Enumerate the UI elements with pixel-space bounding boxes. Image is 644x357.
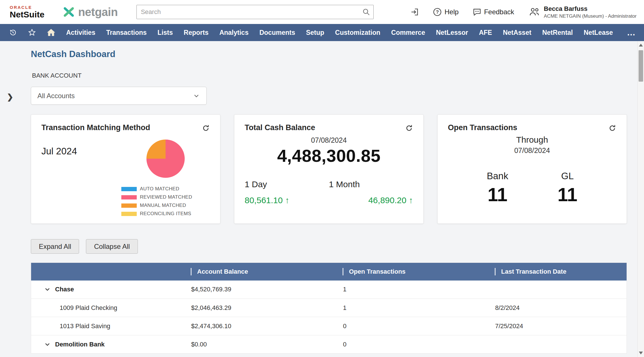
child-account: 1013 Plaid Saving [31,322,184,330]
vertical-scrollbar[interactable] [637,41,644,357]
nav-item-netlease[interactable]: NetLease [578,24,618,41]
nav-item-setup[interactable]: Setup [301,24,330,41]
accounts-table: Account Balance Open Transactions Last T… [31,263,627,354]
nav-item-netlessor[interactable]: NetLessor [430,24,473,41]
one-month-label: 1 Month [329,179,413,189]
column-resize-handle[interactable] [191,268,192,275]
help-button[interactable]: ? Help [433,7,458,17]
parent-account: Chase [31,286,184,293]
scroll-down-arrow[interactable] [639,352,643,354]
scrollbar-thumb[interactable] [639,50,643,82]
one-month-column: 1 Month 46,890.20 ↑ [329,179,413,205]
account-name-cell: Demolition Bank [31,335,184,354]
dashboard-content: ❯ NetCash Dashboard BANK ACCOUNT All Acc… [0,41,644,357]
table-row-1013-plaid-saving: 1013 Plaid Saving $2,474,306.10 0 7/25/2… [31,317,627,335]
bank-count: 11 [487,184,508,205]
column-label: Open Transactions [349,268,406,275]
sidebar-expand-button[interactable]: ❯ [7,92,13,102]
feedback-button[interactable]: Feedback [472,7,514,17]
matching-card-body: Jul 2024 AUTO MATCHED REVIEWED MATCHED [41,140,210,217]
table-actions: Expand All Collapse All [31,239,644,254]
oracle-netsuite-logo[interactable]: ORACLE NetSuite [10,5,45,19]
one-day-change: 80,561.10 ↑ [245,195,329,205]
gl-stat: GL 11 [558,171,577,205]
search-icon[interactable] [362,8,370,16]
card-title: Total Cash Balance [245,123,413,132]
scroll-up-arrow[interactable] [639,44,643,47]
column-resize-handle[interactable] [495,268,496,275]
nav-item-afe[interactable]: AFE [474,24,498,41]
nav-item-lists[interactable]: Lists [152,24,178,41]
legend-swatch-manual-matched [121,203,137,208]
expand-all-button[interactable]: Expand All [31,239,79,254]
last-transaction-date: 7/25/2024 [488,317,627,335]
import-record-button[interactable] [410,7,419,17]
nav-overflow-button[interactable]: … [618,25,644,40]
parent-account: Demolition Bank [31,341,184,348]
open-transactions-stats: Bank 11 GL 11 [448,171,616,205]
column-header-account-balance[interactable]: Account Balance [184,263,336,281]
legend-swatch-reconciling-items [121,212,137,216]
nav-item-netrental[interactable]: NetRental [537,24,578,41]
column-header-last-transaction-date[interactable]: Last Transaction Date [488,263,627,281]
help-icon: ? [433,7,442,17]
user-role: ACME NETGAIN (Museum) - Administrator [544,13,637,19]
nav-item-documents[interactable]: Documents [254,24,301,41]
legend-label: RECONCILING ITEMS [140,211,191,217]
feedback-icon [472,7,482,17]
legend-swatch-reviewed-matched [121,195,137,199]
column-header-account [31,263,184,281]
account-name-cell: 1009 Plaid Checking [31,299,184,317]
nav-item-transactions[interactable]: Transactions [101,24,152,41]
legend-item: AUTO MATCHED [121,186,192,192]
up-arrow-icon: ↑ [409,195,413,205]
table-row-chase: Chase $4,520,769.39 1 [31,281,627,299]
refresh-icon [202,124,210,132]
user-menu[interactable]: Becca Barfuss ACME NETGAIN (Museum) - Ad… [529,5,637,19]
refresh-icon [608,124,617,132]
refresh-button[interactable] [404,123,414,134]
column-resize-handle[interactable] [343,268,343,275]
account-name: Chase [55,286,74,293]
matching-chart-area: AUTO MATCHED REVIEWED MATCHED MANUAL MAT… [121,140,210,217]
recent-records-button[interactable] [3,24,23,41]
search-input[interactable] [136,5,374,19]
nav-item-activities[interactable]: Activities [61,24,101,41]
page-title: NetCash Dashboard [31,41,644,59]
home-button[interactable] [42,24,61,41]
account-balance: $0.00 [184,335,336,354]
collapse-row-icon[interactable] [44,341,51,348]
star-icon [28,28,36,37]
column-header-open-transactions[interactable]: Open Transactions [336,263,488,281]
one-month-change: 46,890.20 ↑ [329,195,413,205]
collapse-row-icon[interactable] [44,286,51,293]
refresh-button[interactable] [201,123,211,134]
total-cash-balance-card: Total Cash Balance 07/08/2024 4,488,300.… [234,114,424,224]
one-day-column: 1 Day 80,561.10 ↑ [245,179,329,205]
open-transactions-count: 1 [336,281,488,299]
nav-item-customization[interactable]: Customization [330,24,386,41]
user-info: Becca Barfuss ACME NETGAIN (Museum) - Ad… [544,5,637,19]
netsuite-logo-text: NetSuite [10,10,45,19]
account-name: Demolition Bank [55,341,105,348]
nav-item-reports[interactable]: Reports [178,24,214,41]
collapse-all-button[interactable]: Collapse All [86,239,138,254]
nav-item-commerce[interactable]: Commerce [386,24,430,41]
card-title: Open Transactions [448,123,616,132]
pie-legend: AUTO MATCHED REVIEWED MATCHED MANUAL MAT… [121,183,192,217]
netgain-logo-text: netgain [78,6,118,19]
account-name-cell: 1013 Plaid Saving [31,317,184,335]
bank-account-select[interactable]: All Accounts [31,87,207,105]
shortcuts-button[interactable] [23,24,42,41]
refresh-button[interactable] [607,123,617,134]
nav-item-analytics[interactable]: Analytics [214,24,254,41]
help-label: Help [444,8,458,16]
legend-label: REVIEWED MATCHED [140,194,192,200]
column-label: Account Balance [197,268,248,275]
legend-swatch-auto-matched [121,187,137,191]
user-name: Becca Barfuss [544,5,637,13]
up-arrow-icon: ↑ [285,195,289,205]
table-header-row: Account Balance Open Transactions Last T… [31,263,627,281]
transaction-matching-card: Transaction Matching Method Jul 2024 AUT… [31,114,220,224]
nav-item-netasset[interactable]: NetAsset [498,24,537,41]
